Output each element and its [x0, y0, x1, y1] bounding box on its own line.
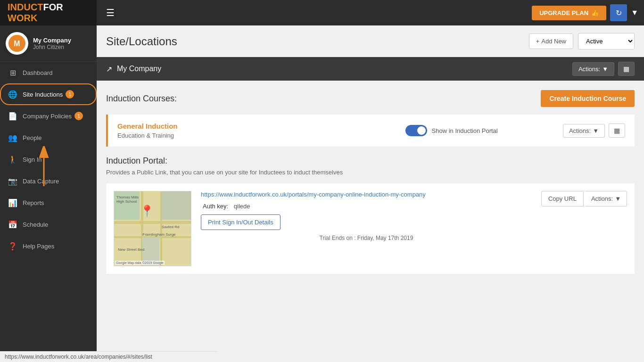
- portal-actions-dropdown-button[interactable]: Actions: ▼: [586, 191, 627, 206]
- page-title: Site/Locations: [106, 35, 177, 48]
- map-pin: 📍: [140, 205, 154, 218]
- caret-down-icon: ▼: [615, 195, 621, 202]
- main-nav: ⊞ Dashboard 🌐 Site Inductions 1 📄 Compan…: [0, 62, 97, 257]
- add-new-label: Add New: [541, 38, 566, 45]
- caret-down-icon: ▼: [593, 127, 599, 134]
- sidebar-item-schedule[interactable]: 📅 Schedule: [0, 214, 97, 235]
- sidebar-item-label: Help Pages: [23, 243, 54, 250]
- google-maps-badge: Google Map data ©2019 Google: [115, 261, 165, 265]
- trial-end-info: Trial Ends on : Friday, May 17th 2019: [201, 235, 532, 241]
- sidebar-item-label: Data Capture: [23, 178, 59, 185]
- refresh-icon: ↻: [616, 8, 622, 17]
- induction-courses-title: Induction Courses:: [106, 94, 177, 104]
- company-row: ↗ My Company Actions: ▼ ▦: [97, 57, 644, 81]
- copy-url-button[interactable]: Copy URL: [541, 191, 584, 206]
- company-actions-button[interactable]: Actions: ▼: [572, 62, 614, 76]
- show-in-portal-label: Show in Induction Portal: [432, 127, 498, 134]
- sidebar-item-people[interactable]: 👥 People: [0, 127, 97, 148]
- caret-down-icon: ▼: [631, 8, 638, 16]
- plus-icon: +: [536, 38, 540, 45]
- sidebar-item-label: Reports: [23, 199, 44, 206]
- print-sign-in-out-button[interactable]: Print Sign In/Out Details: [201, 214, 281, 230]
- schedule-icon: 📅: [8, 219, 18, 230]
- inner-content: Induction Courses: Create Induction Cour…: [97, 81, 644, 283]
- sidebar-item-company-policies[interactable]: 📄 Company Policies 1: [0, 105, 97, 127]
- create-induction-course-button[interactable]: Create Induction Course: [541, 90, 635, 107]
- add-new-button[interactable]: + Add New: [529, 33, 573, 49]
- course-actions-button[interactable]: Actions: ▼: [563, 124, 605, 138]
- site-inductions-badge: 1: [66, 90, 74, 99]
- induction-portal-title: Induction Portal:: [106, 156, 635, 166]
- user-company-name: My Company: [33, 37, 71, 44]
- upgrade-plan-button[interactable]: UPGRADE PLAN 👍: [532, 6, 606, 20]
- main-content: ☰ UPGRADE PLAN 👍 ↻ ▼ Site/Locations + Ad…: [97, 0, 644, 362]
- course-grid-view-button[interactable]: ▦: [609, 123, 625, 138]
- portal-info: https://www.inductforwork.co.uk/portals/…: [201, 191, 532, 241]
- people-icon: 👥: [8, 132, 18, 143]
- hamburger-menu-button[interactable]: ☰: [102, 3, 118, 22]
- portal-actions: Copy URL Actions: ▼: [541, 191, 627, 206]
- page-header: Site/Locations + Add New Active Inactive…: [97, 25, 644, 57]
- map-placeholder: 📍 Thomas MillsHigh School Saxted Rd Fram…: [114, 191, 191, 266]
- logo-text: INDUCTFOR WORK: [8, 2, 89, 24]
- page-controls: + Add New Active Inactive All: [529, 33, 635, 49]
- course-card: General Induction Education & Training S…: [106, 115, 635, 147]
- actions-label: Actions:: [591, 195, 613, 202]
- grid-view-button[interactable]: ▦: [618, 62, 635, 76]
- sidebar: INDUCTFOR WORK M My Company John Citizen…: [0, 0, 97, 362]
- course-category: Education & Training: [117, 132, 340, 139]
- caret-down-icon: ▼: [602, 66, 608, 73]
- portal-auth-key: Auth key: qilede: [201, 203, 532, 210]
- portal-url[interactable]: https://www.inductforwork.co.uk/portals/…: [201, 191, 532, 198]
- sign-in-icon: 🚶: [8, 154, 18, 165]
- course-name[interactable]: General Induction: [117, 122, 340, 130]
- induction-portal-section: Induction Portal: Provides a Public Link…: [106, 156, 635, 274]
- auth-key-label: Auth key:: [203, 203, 228, 210]
- sidebar-item-reports[interactable]: 📊 Reports: [0, 192, 97, 214]
- page-content: Site/Locations + Add New Active Inactive…: [97, 25, 644, 362]
- course-portal-toggle-area: Show in Induction Portal: [340, 125, 562, 136]
- user-name: John Citizen: [33, 44, 71, 50]
- status-filter-select[interactable]: Active Inactive All: [578, 33, 635, 49]
- help-icon: ❓: [8, 241, 18, 251]
- sidebar-item-dashboard[interactable]: ⊞ Dashboard: [0, 62, 97, 83]
- user-profile: M My Company John Citizen: [0, 25, 97, 62]
- sidebar-item-sign-in[interactable]: 🚶 Sign In: [0, 148, 97, 170]
- dashboard-icon: ⊞: [8, 67, 18, 78]
- status-bar-url: https://www.inductforwork.co.uk/area/com…: [5, 354, 152, 360]
- company-policies-icon: 📄: [8, 111, 18, 121]
- actions-label: Actions:: [569, 127, 591, 134]
- site-inductions-icon: 🌐: [8, 89, 18, 99]
- data-capture-icon: 📷: [8, 176, 18, 186]
- sidebar-item-site-inductions[interactable]: 🌐 Site Inductions 1: [0, 83, 97, 105]
- sidebar-item-data-capture[interactable]: 📷 Data Capture: [0, 170, 97, 192]
- map-label-2: Saxted Rd: [162, 225, 179, 229]
- map-block3: [162, 191, 191, 220]
- course-card-actions: Actions: ▼ ▦: [563, 123, 625, 138]
- sidebar-item-label: Sign In: [23, 156, 41, 163]
- external-link-icon[interactable]: ↗: [106, 65, 112, 74]
- company-policies-badge: 1: [74, 112, 83, 120]
- user-info: My Company John Citizen: [33, 37, 71, 50]
- sidebar-item-label: Company Policies: [23, 113, 72, 120]
- map-label-4: New Street Bed: [118, 247, 144, 252]
- grid-icon: ▦: [623, 65, 629, 73]
- show-in-portal-toggle[interactable]: [405, 125, 427, 136]
- company-row-name: My Company: [117, 65, 161, 73]
- course-card-info: General Induction Education & Training: [117, 122, 340, 139]
- grid-icon: ▦: [614, 127, 620, 134]
- map-label-1: Thomas MillsHigh School: [116, 195, 139, 204]
- map-road-h1: [114, 221, 191, 224]
- auth-key-value: qilede: [234, 203, 250, 210]
- map-thumbnail: 📍 Thomas MillsHigh School Saxted Rd Fram…: [114, 191, 191, 266]
- portal-card: 📍 Thomas MillsHigh School Saxted Rd Fram…: [106, 183, 635, 274]
- user-menu-button[interactable]: ▼: [631, 8, 638, 17]
- sidebar-item-label: People: [23, 134, 41, 141]
- upgrade-plan-label: UPGRADE PLAN: [539, 9, 588, 16]
- svg-text:M: M: [14, 40, 20, 48]
- sidebar-item-help-pages[interactable]: ❓ Help Pages: [0, 235, 97, 257]
- company-row-left: ↗ My Company: [106, 65, 161, 74]
- status-bar: https://www.inductforwork.co.uk/area/com…: [0, 351, 217, 362]
- refresh-button[interactable]: ↻: [610, 4, 627, 21]
- induction-portal-description: Provides a Public Link, that you can use…: [106, 169, 635, 176]
